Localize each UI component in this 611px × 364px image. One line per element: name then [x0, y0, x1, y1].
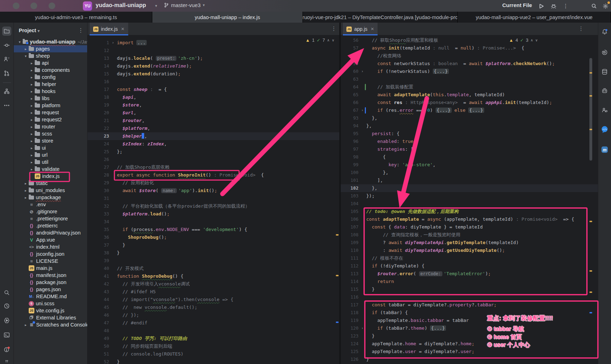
- code-line-95[interactable]: 95 persist: {: [341, 130, 598, 138]
- commit-icon[interactable]: [2, 41, 11, 50]
- code-line-42[interactable]: 42 // 开发环境引入vconsole调试: [87, 280, 339, 288]
- expand-chevron-icon[interactable]: ▸: [29, 97, 35, 100]
- code-line-57[interactable]: 57 async init(templateId : null = null) …: [341, 44, 598, 52]
- code-line-16[interactable]: 16: [87, 78, 339, 86]
- code-line-117[interactable]: 117 const tabBar = diyTemplate?.property…: [341, 301, 598, 309]
- structure-icon[interactable]: [2, 87, 11, 96]
- expand-chevron-icon[interactable]: ▸: [23, 189, 29, 192]
- notifications-bell-icon[interactable]: [600, 27, 609, 36]
- code-line-46[interactable]: 46 // });: [87, 311, 339, 319]
- expand-chevron-icon[interactable]: ▸: [29, 61, 35, 65]
- code-line-125[interactable]: 125 appTemplate.user = diyTemplate?.user…: [341, 348, 598, 356]
- tree-item-index.html[interactable]: <>index.html: [14, 243, 87, 250]
- traffic-light-close[interactable]: [13, 2, 19, 9]
- history-icon[interactable]: [2, 301, 11, 311]
- tree-item-.prettierrc[interactable]: {}.prettierrc: [14, 222, 87, 229]
- project-name-button[interactable]: yudao-mall-uniapp: [96, 2, 146, 8]
- panel-options-icon[interactable]: ⋮: [78, 27, 84, 34]
- code-line-29[interactable]: 29 // 应用初始化: [87, 179, 339, 187]
- project-panel-header[interactable]: Project ▾: [19, 28, 40, 33]
- tree-item-.env[interactable]: ≡.env: [14, 201, 87, 208]
- tree-item-unpackage[interactable]: ▸unpackage: [14, 194, 87, 201]
- tree-item-app.vue[interactable]: VApp.vue: [14, 236, 87, 243]
- code-line-32[interactable]: 32 // 平台初始化加载（各平台provider提供不同的加载流程）: [87, 202, 339, 210]
- editor-tab-indexjs[interactable]: JS index.js ✕: [90, 23, 128, 35]
- tree-item-scss[interactable]: ▸scss: [14, 130, 87, 137]
- code-line-67[interactable]: 67› if (res.error === 0) {...} else {...…: [341, 106, 598, 114]
- code-line-39[interactable]: 39: [87, 257, 339, 265]
- code-editor-appjs[interactable]: 56 // 获取Shopro应用配置和模板57 async init(templ…: [341, 35, 598, 364]
- expand-chevron-icon[interactable]: ▸: [29, 82, 35, 86]
- expand-chevron-icon[interactable]: ▾: [17, 40, 23, 44]
- code-line-114[interactable]: 114 return: [341, 278, 598, 285]
- code-line-45[interactable]: 45 // new vconsole.default();: [87, 304, 339, 311]
- tree-item-helper[interactable]: ▸helper: [14, 81, 87, 88]
- tree-item-request2[interactable]: ▸request2: [14, 116, 87, 123]
- code-line-107[interactable]: 107 const { data: diyTemplate } = templa…: [341, 223, 598, 231]
- tree-item-.prettierignore[interactable]: ≡.prettierignore: [14, 215, 87, 222]
- traffic-light-zoom[interactable]: [49, 2, 55, 9]
- tree-item-platform[interactable]: ▸platform: [14, 102, 87, 109]
- code-line-102[interactable]: 102 },: [341, 184, 598, 192]
- code-line-126[interactable]: 126}: [341, 356, 598, 363]
- code-line-96[interactable]: 96 enabled: true,: [341, 138, 598, 145]
- fold-arrow-icon[interactable]: ›: [358, 68, 366, 75]
- fold-arrow-icon[interactable]: ›: [358, 324, 366, 332]
- code-line-27[interactable]: 27// 加载Shopro底层依赖: [87, 163, 339, 171]
- tree-item-androidprivacy.json[interactable]: {}androidPrivacy.json: [14, 229, 87, 236]
- code-line-123[interactable]: 123 }: [341, 332, 598, 340]
- tree-item-hooks[interactable]: ▸hooks: [14, 88, 87, 95]
- project-folder-icon[interactable]: [2, 27, 11, 36]
- tree-item-pages.json[interactable]: {}pages.json: [14, 286, 87, 293]
- code-line-108[interactable]: 108 // 查询指定模板，一般是预览时使用: [341, 231, 598, 239]
- code-line-14[interactable]: 14dayjs.extend(relativeTime);: [87, 62, 339, 70]
- expand-chevron-icon[interactable]: ▸: [29, 139, 35, 143]
- tree-item-ui[interactable]: ▸ui: [14, 144, 87, 151]
- close-icon[interactable]: ✕: [370, 27, 374, 31]
- code-line-101[interactable]: 101 ],: [341, 177, 598, 184]
- tree-item-uni_modules[interactable]: ▸uni_modules: [14, 187, 87, 194]
- code-line-49[interactable]: 49 // TODO 芋艿: 可以打印路由: [87, 335, 339, 342]
- code-line-35[interactable]: 35 if (process.env.NODE_ENV === 'develop…: [87, 226, 339, 233]
- code-line-116[interactable]: 116: [341, 293, 598, 301]
- code-line-36[interactable]: 36 ShoproDebug();: [87, 233, 339, 241]
- tree-item-request[interactable]: ▸request: [14, 109, 87, 116]
- code-line-28[interactable]: 28export async function ShoproInit() : P…: [87, 171, 339, 179]
- tab-list-more-icon[interactable]: ⋮: [331, 25, 336, 32]
- code-line-44[interactable]: 44 // import("vconsole").then(vconsole =…: [87, 296, 339, 304]
- code-line-34[interactable]: 34: [87, 218, 339, 226]
- code-line-111[interactable]: 111 // 模板不存在: [341, 254, 598, 262]
- code-line-47[interactable]: 47 // #endif: [87, 319, 339, 327]
- code-line-48[interactable]: 48: [87, 327, 339, 335]
- code-line-99[interactable]: 99 key: 'app-store',: [341, 161, 598, 169]
- more-icon[interactable]: [2, 101, 11, 110]
- tree-item-pages[interactable]: ▸pages: [14, 45, 87, 52]
- expand-chevron-icon[interactable]: ▸: [29, 146, 35, 150]
- editor-right-pane[interactable]: JS app.js ✕ ⋮ ▲4 ✓3 ∧ ∨ 56 // 获取Shopro应用…: [341, 23, 598, 364]
- tree-item-readme.md[interactable]: M↓README.md: [14, 293, 87, 300]
- code-line-112[interactable]: 112 if (!diyTemplate) {: [341, 262, 598, 270]
- code-line-94[interactable]: 94},: [341, 122, 598, 130]
- code-line-15[interactable]: 15dayjs.extend(duration);: [87, 70, 339, 78]
- run-hexagon-icon[interactable]: [2, 316, 11, 325]
- code-line-33[interactable]: 33 $platform.load();: [87, 210, 339, 218]
- tree-item-uni.scss[interactable]: Suni.scss: [14, 300, 87, 307]
- search-icon[interactable]: [590, 2, 598, 10]
- code-line-65[interactable]: 65 await adaptTemplate(this.template, te…: [341, 91, 598, 99]
- tree-item-jsconfig.json[interactable]: {}jsconfig.json: [14, 250, 87, 258]
- tree-item-license[interactable]: ≡LICENSE: [14, 258, 87, 265]
- expand-chevron-icon[interactable]: ▾: [23, 54, 29, 58]
- window-tab-2[interactable]: ruoyi-vue-pro-jdk21 – DiyTemplateControl…: [303, 12, 458, 23]
- fold-arrow-icon[interactable]: ›: [109, 39, 117, 47]
- code-line-43[interactable]: 43 // #ifdef H5: [87, 288, 339, 296]
- code-line-26[interactable]: 26: [87, 156, 339, 163]
- code-line-38[interactable]: 38}: [87, 249, 339, 257]
- settings-gear-icon[interactable]: [601, 2, 610, 10]
- code-line-63[interactable]: 63: [341, 75, 598, 83]
- problems-icon[interactable]: [2, 345, 11, 354]
- tree-item-manifest.json[interactable]: {}manifest.json: [14, 272, 87, 279]
- code-line-22[interactable]: 22 $platform,: [87, 125, 339, 132]
- code-line-100[interactable]: 100 },: [341, 169, 598, 177]
- code-line-93[interactable]: 93 },: [341, 114, 598, 122]
- tree-item-.gitignore[interactable]: ⊘.gitignore: [14, 208, 87, 215]
